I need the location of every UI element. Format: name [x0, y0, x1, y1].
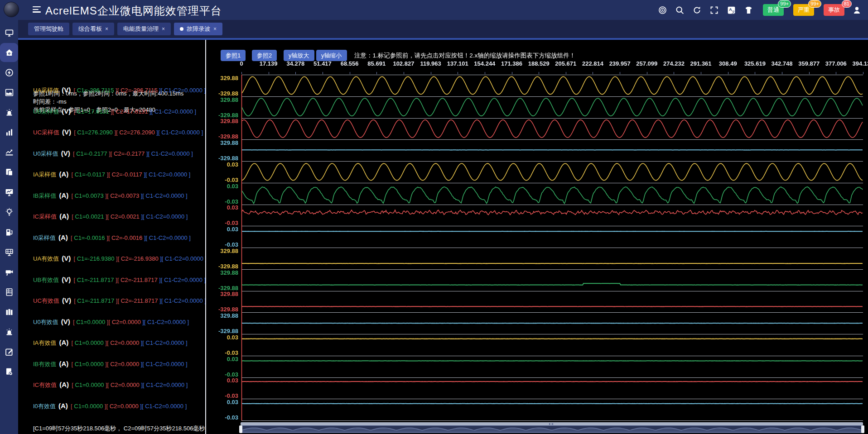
- user-icon[interactable]: [852, 5, 862, 15]
- sidebar-item-ev-charger[interactable]: [0, 223, 18, 242]
- channel-name: UB有效值: [33, 277, 59, 283]
- sidebar-item-alarm-light[interactable]: [0, 103, 18, 122]
- x-tick-label: 239.957: [609, 60, 631, 67]
- x-tick-label: 291.361: [690, 60, 712, 67]
- channel-row-I0有效值[interactable]: I0有效值 (A) [ C1=0.0000 ][ C2=0.0000 ][ C1…: [33, 402, 187, 410]
- app-root: AcrelEMS企业微电网能效管理平台 A文普通99+严重99+事故81 管理驾…: [0, 0, 868, 434]
- bracket: ][: [158, 87, 164, 94]
- tab-close-icon[interactable]: ×: [105, 26, 108, 32]
- bracket: ]: [200, 129, 203, 136]
- bracket: [: [71, 339, 74, 346]
- sidebar-item-home[interactable]: [0, 43, 18, 62]
- channel-row-U0有效值[interactable]: U0有效值 (V) [ C1=0.0000 ][ C2=0.0000 ][ C1…: [33, 318, 189, 326]
- x-tick-label: 188.529: [528, 60, 550, 67]
- channel-name: UB采样值: [33, 108, 59, 115]
- area-chart-icon: [5, 88, 14, 97]
- sidebar-item-doc-settings[interactable]: [0, 362, 18, 382]
- channel-row-IB采样值[interactable]: IB采样值 (A) [ C1=0.0073 ][ C2=0.0073 ][ C1…: [33, 191, 188, 200]
- tab-close-icon[interactable]: ×: [162, 26, 165, 32]
- sidebar-item-energy-circle[interactable]: [0, 63, 18, 82]
- datazoom-move-bar[interactable]: [241, 422, 863, 425]
- channel-unit: (V): [59, 318, 72, 325]
- search-icon[interactable]: [675, 5, 685, 15]
- channel-row-UA有效值[interactable]: UA有效值 (V) [ C1=-216.9380 ][ C2=-216.9380…: [33, 254, 207, 263]
- target-icon[interactable]: [658, 5, 667, 15]
- channel-name: IB采样值: [33, 192, 56, 199]
- chart-button-y轴缩小[interactable]: y轴缩小: [316, 50, 347, 61]
- datazoom-track[interactable]: [241, 425, 863, 433]
- channel-row-I0采样值[interactable]: I0采样值 (A) [ C1=-0.0016 ][ C2=-0.0016 ][ …: [33, 234, 191, 242]
- bracket: [: [71, 361, 74, 367]
- bracket: [: [73, 255, 77, 262]
- translate-icon[interactable]: A文: [727, 5, 736, 15]
- menu-toggle-icon[interactable]: [33, 6, 41, 13]
- bracket: ][: [104, 382, 110, 388]
- tab-close-icon[interactable]: ×: [213, 26, 217, 32]
- bracket: ][: [105, 319, 111, 325]
- x-tick-label: 257.099: [636, 60, 657, 67]
- channel-row-IA采样值[interactable]: IA采样值 (A) [ C1=-0.0117 ][ C2=-0.0117 ][ …: [33, 170, 190, 179]
- fullscreen-icon[interactable]: [709, 5, 719, 15]
- diff-value: C1-C2=0.0000: [145, 403, 183, 410]
- sidebar-item-archive[interactable]: [0, 302, 18, 321]
- chart-note: 注意：1.标记参照前，请先点击对应按钮！2.x轴的缩放请操作图表下方缩放组件！: [354, 50, 575, 61]
- channel-row-IC有效值[interactable]: IC有效值 (A) [ C1=0.0000 ][ C2=0.0000 ][ C1…: [33, 381, 188, 389]
- sidebar-item-cctv-camera[interactable]: [0, 262, 18, 281]
- chart-button-参照2[interactable]: 参照2: [252, 50, 277, 61]
- datazoom-right-handle[interactable]: [861, 425, 864, 433]
- alarm-button-普通[interactable]: 普通99+: [763, 4, 784, 16]
- diff-value: C1-C2=0.0000: [146, 339, 184, 346]
- bracket: ]: [184, 339, 188, 346]
- channel-row-U0采样值[interactable]: U0采样值 (V) [ C1=-0.2177 ][ C2=-0.2177 ][ …: [33, 149, 193, 158]
- alarm-light-icon: [5, 108, 14, 117]
- tab-电能质量治理[interactable]: 电能质量治理×: [117, 23, 171, 35]
- c2-value: C2=-0.0117: [112, 171, 142, 178]
- chart-button-参照1[interactable]: 参照1: [221, 50, 246, 61]
- topbar-actions: A文普通99+严重99+事故81: [658, 0, 862, 20]
- channel-row-IB有效值[interactable]: IB有效值 (A) [ C1=0.0000 ][ C2=0.0000 ][ C1…: [33, 360, 188, 368]
- sidebar-item-monitor[interactable]: [0, 23, 18, 42]
- x-tick-label: 154.244: [474, 60, 495, 67]
- x-tick-label: 0: [240, 60, 243, 67]
- sidebar-item-area-chart[interactable]: [0, 83, 18, 102]
- channel-row-IC采样值[interactable]: IC采样值 (A) [ C1=0.0021 ][ C2=0.0021 ][ C1…: [33, 212, 188, 221]
- channel-row-UB有效值[interactable]: UB有效值 (V) [ C1=-211.8717 ][ C2=-211.8717…: [33, 276, 206, 284]
- waveform-canvas[interactable]: [206, 40, 868, 434]
- sidebar-item-edit[interactable]: [0, 343, 18, 362]
- user-avatar[interactable]: [4, 2, 19, 17]
- sidebar-item-bulb[interactable]: [0, 203, 18, 222]
- alarm-button-严重[interactable]: 严重99+: [793, 4, 814, 16]
- channel-row-UB采样值[interactable]: UB采样值 (V) [ C1=17.6131 ][ C2=17.6131 ][ …: [33, 107, 196, 116]
- alarm-button-事故[interactable]: 事故81: [824, 4, 844, 16]
- sidebar-item-cabinet[interactable]: [0, 282, 18, 301]
- sidebar-item-monitor-chart[interactable]: [0, 183, 18, 202]
- sidebar-item-bar-chart[interactable]: [0, 123, 18, 142]
- refresh-icon[interactable]: [692, 5, 702, 15]
- tab-故障录波[interactable]: 故障录波×: [174, 23, 222, 35]
- sidebar-item-report-cards[interactable]: [0, 163, 18, 182]
- datazoom-slider[interactable]: [241, 422, 863, 434]
- channel-unit: (A): [57, 402, 70, 410]
- cctv-camera-icon: [5, 267, 14, 277]
- datazoom-left-handle[interactable]: [239, 425, 242, 433]
- c1-value: C1=0.0021: [75, 213, 104, 220]
- sidebar-item-alarm-light-2[interactable]: [0, 323, 18, 342]
- channel-name: IA采样值: [33, 171, 56, 178]
- theme-shirt-icon[interactable]: [744, 5, 753, 15]
- channel-name: I0采样值: [33, 234, 56, 241]
- channel-row-IA有效值[interactable]: IA有效值 (A) [ C1=0.0000 ][ C2=0.0000 ][ C1…: [33, 339, 188, 347]
- datazoom-move-grip[interactable]: [549, 423, 555, 425]
- diff-value: C1-C2=0.0000: [146, 213, 184, 220]
- x-tick-label: 51.417: [313, 60, 332, 67]
- chart-button-y轴放大[interactable]: y轴放大: [284, 50, 314, 61]
- x-tick-label: 171.386: [501, 60, 522, 67]
- channel-name: UA有效值: [33, 255, 59, 262]
- channel-row-UA采样值[interactable]: UA采样值 (V) [ C1=-296.7115 ][ C2=-296.7115…: [33, 86, 206, 95]
- tab-综合看板[interactable]: 综合看板×: [72, 23, 114, 35]
- sidebar-item-trend-chart[interactable]: [0, 143, 18, 162]
- tab-管理驾驶舱[interactable]: 管理驾驶舱: [28, 23, 69, 35]
- channel-row-UC有效值[interactable]: UC有效值 (V) [ C1=-211.8717 ][ C2=-211.8717…: [33, 296, 206, 305]
- x-tick-label: 85.691: [367, 60, 386, 67]
- sidebar-item-solar-panel[interactable]: [0, 243, 18, 262]
- channel-row-UC采样值[interactable]: UC采样值 (V) [ C1=276.2090 ][ C2=276.2090 ]…: [33, 128, 203, 137]
